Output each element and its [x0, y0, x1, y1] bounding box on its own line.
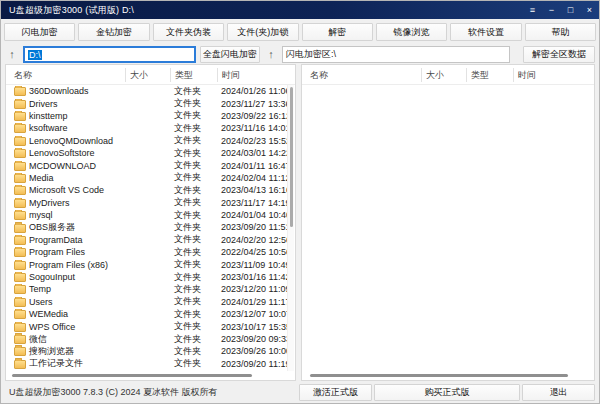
- file-row[interactable]: 微信文件夹2023/09/20 09:33: [10, 333, 295, 345]
- file-name-cell: Program Files: [10, 247, 125, 257]
- file-time-cell: 2024/02/04 11:12: [217, 173, 295, 183]
- file-row[interactable]: MCDOWNLOAD文件夹2024/01/11 16:47: [10, 159, 295, 171]
- file-name-cell: MCDOWNLOAD: [10, 161, 125, 171]
- file-name-cell: Program Files (x86): [10, 260, 125, 270]
- file-row[interactable]: OBS服务器文件夹2023/09/20 11:51: [10, 221, 295, 233]
- exit-button[interactable]: 退出: [522, 384, 595, 401]
- file-time-cell: 2024/03/01 14:22: [217, 148, 295, 158]
- statusbar: U盘超级加密3000 7.8.3 (C) 2024 夏冰软件 版权所有 激活正式…: [1, 381, 599, 403]
- left-file-list: 360Downloads文件夹2024/01/26 11:06Drivers文件…: [6, 85, 295, 372]
- file-time-cell: 2023/09/20 11:51: [217, 222, 295, 232]
- column-header-0[interactable]: 名称: [306, 68, 421, 82]
- menu-button[interactable]: ≡: [523, 1, 542, 19]
- close-button[interactable]: ×: [580, 1, 599, 19]
- toolbar-decrypt-button[interactable]: 解密: [302, 23, 373, 41]
- file-name-cell: Media: [10, 173, 125, 183]
- folder-icon: [14, 310, 26, 319]
- column-header-1[interactable]: 大小: [125, 68, 170, 82]
- status-buttons: 激活正式版购买正式版退出: [299, 384, 595, 401]
- file-type-cell: 文件夹: [170, 209, 217, 222]
- file-row[interactable]: ksoftware文件夹2023/11/16 14:01: [10, 122, 295, 134]
- column-header-0[interactable]: 名称: [10, 68, 125, 82]
- up-folder-left-icon[interactable]: ↑: [5, 49, 19, 60]
- file-row[interactable]: WEMedia文件夹2023/12/07 10:07: [10, 308, 295, 320]
- toolbar-file-folder-lock-button[interactable]: 文件(夹)加锁: [227, 23, 298, 41]
- left-horizontal-scrollbar[interactable]: [6, 372, 295, 380]
- file-row[interactable]: kinsttemp文件夹2023/09/22 16:12: [10, 110, 295, 122]
- file-name-label: mysql: [29, 210, 53, 220]
- maximize-button[interactable]: □: [561, 1, 580, 19]
- left-horizontal-scroll-thumb[interactable]: [12, 374, 252, 377]
- folder-icon: [14, 174, 26, 183]
- address-row: ↑ D:\ 全盘闪电加密 ↑ 闪电加密区:\ 解密全区数据: [1, 45, 599, 64]
- left-vertical-scroll-thumb[interactable]: [290, 87, 293, 227]
- file-row[interactable]: 工作记录文件文件夹2023/09/20 11:19: [10, 358, 295, 370]
- toolbar-image-browse-button[interactable]: 镜像浏览: [376, 23, 447, 41]
- file-row[interactable]: Program Files (x86)文件夹2023/11/09 10:49: [10, 258, 295, 270]
- file-time-cell: 2023/09/26 10:00: [217, 346, 295, 356]
- folder-icon: [14, 347, 26, 356]
- file-name-label: 微信: [29, 333, 47, 346]
- decrypt-all-zone-button[interactable]: 解密全区数据: [523, 46, 595, 63]
- column-header-2[interactable]: 类型: [466, 68, 513, 82]
- column-header-1[interactable]: 大小: [421, 68, 466, 82]
- file-time-cell: 2023/11/09 10:49: [217, 260, 295, 270]
- file-time-cell: 2023/01/16 11:42: [217, 272, 295, 282]
- minimize-button[interactable]: −: [542, 1, 561, 19]
- file-type-cell: 文件夹: [170, 159, 217, 172]
- buy-full-version-button[interactable]: 购买正式版: [374, 384, 520, 401]
- drive-path-input[interactable]: D:\: [23, 46, 196, 63]
- file-row[interactable]: 搜狗浏览器文件夹2023/09/26 10:00: [10, 345, 295, 357]
- file-row[interactable]: MyDrivers文件夹2023/11/17 14:19: [10, 197, 295, 209]
- left-vertical-scrollbar[interactable]: [287, 85, 294, 371]
- folder-icon: [14, 224, 26, 233]
- file-row[interactable]: Drivers文件夹2023/11/27 13:36: [10, 97, 295, 109]
- toolbar-gold-encrypt-button[interactable]: 金钻加密: [78, 23, 149, 41]
- file-time-cell: 2024/02/20 12:56: [217, 235, 295, 245]
- file-row[interactable]: LenovoQMDownload文件夹2024/02/23 15:52: [10, 135, 295, 147]
- folder-icon: [14, 124, 26, 133]
- file-type-cell: 文件夹: [170, 221, 217, 234]
- full-disk-flash-encrypt-button[interactable]: 全盘闪电加密: [200, 46, 260, 63]
- file-row[interactable]: mysql文件夹2024/01/04 10:40: [10, 209, 295, 221]
- column-header-2[interactable]: 类型: [170, 68, 217, 82]
- toolbar-help-button[interactable]: 帮助: [525, 23, 596, 41]
- right-horizontal-scrollbar[interactable]: [302, 372, 594, 380]
- file-row[interactable]: Microsoft VS Code文件夹2023/04/13 16:16: [10, 184, 295, 196]
- file-name-cell: LenovoQMDownload: [10, 136, 125, 146]
- activate-full-version-button[interactable]: 激活正式版: [299, 384, 372, 401]
- file-type-cell: 文件夹: [170, 85, 217, 98]
- titlebar: U盘超级加密3000 (试用版) D:\ ≡−□×: [1, 1, 599, 19]
- file-row[interactable]: Temp文件夹2023/12/20 11:09: [10, 283, 295, 295]
- file-row[interactable]: Program Files文件夹2022/04/25 10:56: [10, 246, 295, 258]
- file-time-cell: 2023/12/20 11:09: [217, 284, 295, 294]
- column-header-3[interactable]: 时间: [217, 68, 295, 82]
- file-row[interactable]: Media文件夹2024/02/04 11:12: [10, 172, 295, 184]
- file-name-cell: OBS服务器: [10, 221, 125, 234]
- main-toolbar: 闪电加密金钻加密文件夹伪装文件(夹)加锁解密镜像浏览软件设置帮助: [1, 19, 599, 45]
- file-type-cell: 文件夹: [170, 345, 217, 358]
- right-list-header: 名称大小类型时间: [302, 65, 594, 85]
- file-type-cell: 文件夹: [170, 184, 217, 197]
- column-header-3[interactable]: 时间: [513, 68, 594, 82]
- up-folder-right-icon[interactable]: ↑: [264, 49, 278, 60]
- toolbar-folder-disguise-button[interactable]: 文件夹伪装: [153, 23, 224, 41]
- file-row[interactable]: ProgramData文件夹2024/02/20 12:56: [10, 234, 295, 246]
- file-name-label: Temp: [29, 284, 51, 294]
- file-row[interactable]: Users文件夹2024/01/29 11:17: [10, 296, 295, 308]
- file-row[interactable]: SogouInput文件夹2023/01/16 11:42: [10, 271, 295, 283]
- file-row[interactable]: WPS Office文件夹2023/10/17 15:35: [10, 320, 295, 332]
- toolbar-software-settings-button[interactable]: 软件设置: [450, 23, 521, 41]
- file-name-cell: Temp: [10, 284, 125, 294]
- encrypted-zone-panel: 名称大小类型时间: [301, 64, 595, 381]
- file-name-label: Media: [29, 173, 54, 183]
- file-row[interactable]: LenovoSoftstore文件夹2024/03/01 14:22: [10, 147, 295, 159]
- encrypted-zone-path-input[interactable]: 闪电加密区:\: [282, 46, 510, 63]
- file-time-cell: 2023/09/22 16:12: [217, 111, 295, 121]
- folder-icon: [14, 335, 26, 344]
- right-horizontal-scroll-thumb[interactable]: [310, 374, 568, 377]
- file-name-label: WEMedia: [29, 309, 68, 319]
- file-row[interactable]: 360Downloads文件夹2024/01/26 11:06: [10, 85, 295, 97]
- toolbar-flash-encrypt-button[interactable]: 闪电加密: [4, 23, 75, 41]
- file-time-cell: 2023/09/20 09:33: [217, 334, 295, 344]
